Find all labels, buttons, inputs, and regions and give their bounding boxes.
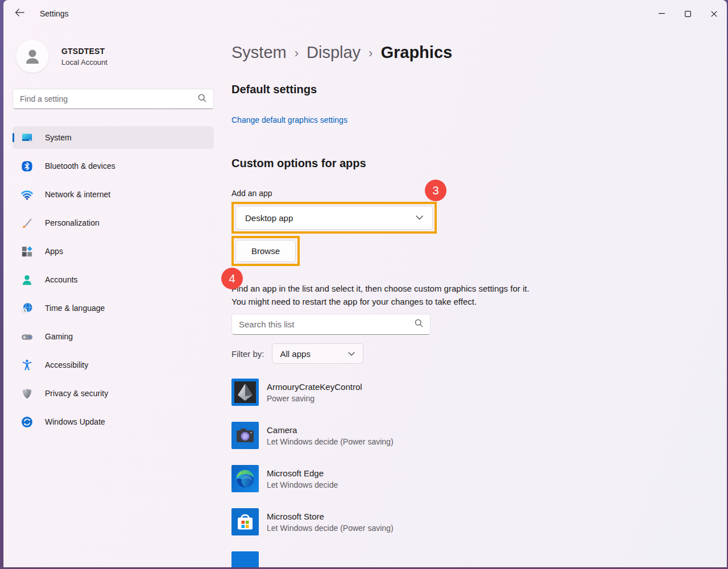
- app-name: Camera: [267, 425, 394, 435]
- browse-button[interactable]: Browse: [235, 240, 296, 262]
- app-setting: Let Windows decide (Power saving): [267, 524, 394, 533]
- chevron-down-icon: [416, 215, 423, 220]
- user-card[interactable]: GTSDTEST Local Account: [16, 40, 214, 73]
- filter-dropdown[interactable]: All apps: [272, 343, 363, 364]
- app-row-armourycratekeycontrol[interactable]: ArmouryCrateKeyControl Power saving: [231, 379, 704, 406]
- avatar: [16, 40, 49, 73]
- sidebar-item-label: Accounts: [45, 275, 78, 284]
- shield-icon: [20, 387, 34, 400]
- sidebar-item-system[interactable]: System: [13, 126, 214, 149]
- breadcrumb-graphics: Graphics: [380, 43, 452, 62]
- globe-clock-icon: [20, 302, 34, 315]
- sidebar-item-apps[interactable]: Apps: [13, 240, 214, 263]
- sidebar-item-windows-update[interactable]: Windows Update: [13, 410, 214, 433]
- bluetooth-icon: [20, 160, 34, 173]
- step4-highlight-box: 4 Browse: [231, 236, 300, 266]
- settings-search-input[interactable]: [20, 94, 198, 103]
- accessibility-icon: [20, 359, 34, 372]
- sidebar-item-label: Personalization: [45, 218, 100, 227]
- user-account-type: Local Account: [61, 58, 107, 67]
- user-name: GTSDTEST: [61, 47, 107, 56]
- app-name: ArmouryCrateKeyControl: [267, 382, 362, 392]
- breadcrumb: System › Display › Graphics: [231, 43, 704, 62]
- search-icon: [198, 94, 206, 105]
- breadcrumb-display[interactable]: Display: [307, 43, 361, 62]
- sidebar-item-label: System: [45, 133, 72, 142]
- close-button[interactable]: [701, 0, 727, 27]
- brush-icon: [20, 217, 34, 230]
- sidebar-item-label: Accessibility: [45, 360, 88, 369]
- app-row-camera[interactable]: Camera Let Windows decide (Power saving): [231, 422, 704, 449]
- back-button[interactable]: [8, 3, 31, 24]
- sidebar-item-label: Bluetooth & devices: [45, 161, 115, 171]
- update-icon: [20, 416, 34, 429]
- custom-options-description: Find an app in the list and select it, t…: [231, 282, 539, 308]
- app-setting: Power saving: [267, 394, 362, 403]
- app-name: Microsoft Edge: [267, 468, 338, 478]
- main-content: System › Display › Graphics Default sett…: [222, 27, 727, 567]
- search-icon: [415, 319, 423, 330]
- minimize-icon: [659, 13, 665, 14]
- sidebar-item-network-internet[interactable]: Network & internet: [13, 183, 214, 206]
- sidebar-item-personalization[interactable]: Personalization: [13, 211, 214, 234]
- app-setting: Let Windows decide: [267, 480, 338, 489]
- app-name: Microsoft Store: [267, 512, 394, 521]
- sidebar-item-label: Gaming: [45, 332, 73, 341]
- sidebar-item-accounts[interactable]: Accounts: [13, 268, 214, 291]
- filter-by-label: Filter by:: [231, 349, 264, 359]
- app-row-microsoft-store[interactable]: Microsoft Store Let Windows decide (Powe…: [231, 508, 704, 535]
- camera-icon: [231, 422, 259, 449]
- minimize-button[interactable]: [648, 0, 675, 27]
- wifi-icon: [20, 188, 34, 201]
- partial-app-icon: [231, 551, 259, 567]
- default-settings-heading: Default settings: [231, 83, 704, 96]
- sidebar-item-bluetooth-devices[interactable]: Bluetooth & devices: [13, 155, 214, 177]
- sidebar-item-label: Time & language: [45, 304, 105, 313]
- microsoft-store-icon: [231, 508, 259, 535]
- settings-window: Settings GT: [3, 0, 727, 567]
- close-icon: [711, 11, 717, 17]
- change-default-graphics-link[interactable]: Change default graphics settings: [231, 115, 348, 124]
- maximize-button[interactable]: [675, 0, 701, 27]
- sidebar-item-accessibility[interactable]: Accessibility: [13, 354, 214, 376]
- settings-search-box[interactable]: [13, 89, 214, 109]
- breadcrumb-separator: ›: [369, 44, 373, 61]
- custom-options-heading: Custom options for apps: [231, 157, 704, 170]
- sidebar: GTSDTEST Local Account: [3, 27, 222, 567]
- sidebar-item-label: Privacy & security: [45, 389, 108, 398]
- apps-icon: [20, 245, 34, 258]
- sidebar-item-privacy-security[interactable]: Privacy & security: [13, 382, 214, 405]
- step4-badge: 4: [221, 268, 243, 289]
- gamepad-icon: [20, 330, 34, 343]
- person-icon: [23, 47, 42, 66]
- sidebar-item-label: Network & internet: [45, 190, 110, 199]
- step3-highlight-box: 3 Desktop app: [231, 202, 437, 234]
- app-row-partial[interactable]: [231, 551, 704, 567]
- app-setting: Let Windows decide (Power saving): [267, 437, 394, 446]
- sidebar-nav: System Bluetooth & devices: [13, 126, 214, 439]
- app-row-microsoft-edge[interactable]: Microsoft Edge Let Windows decide: [231, 465, 704, 492]
- chevron-down-icon: [348, 352, 355, 356]
- system-icon: [20, 131, 34, 144]
- filter-dropdown-value: All apps: [280, 349, 311, 359]
- app-list: ArmouryCrateKeyControl Power saving: [231, 379, 704, 567]
- armourycratekeycontrol-icon: [231, 379, 259, 406]
- app-type-dropdown[interactable]: Desktop app: [235, 206, 433, 230]
- app-list-search-box[interactable]: [231, 314, 431, 335]
- breadcrumb-system[interactable]: System: [231, 43, 287, 62]
- microsoft-edge-icon: [231, 465, 259, 492]
- add-an-app-label: Add an app: [231, 189, 704, 198]
- accounts-icon: [20, 273, 34, 286]
- step3-badge: 3: [425, 180, 446, 201]
- sidebar-item-label: Apps: [45, 247, 63, 256]
- back-arrow-icon: [15, 9, 24, 19]
- app-type-dropdown-value: Desktop app: [245, 213, 293, 223]
- breadcrumb-separator: ›: [295, 44, 299, 61]
- sidebar-item-gaming[interactable]: Gaming: [13, 325, 214, 348]
- window-title: Settings: [40, 9, 69, 18]
- app-list-search-input[interactable]: [239, 319, 415, 329]
- maximize-icon: [685, 11, 691, 17]
- titlebar: Settings: [3, 0, 727, 27]
- sidebar-item-time-language[interactable]: Time & language: [13, 297, 214, 319]
- sidebar-item-label: Windows Update: [45, 417, 105, 426]
